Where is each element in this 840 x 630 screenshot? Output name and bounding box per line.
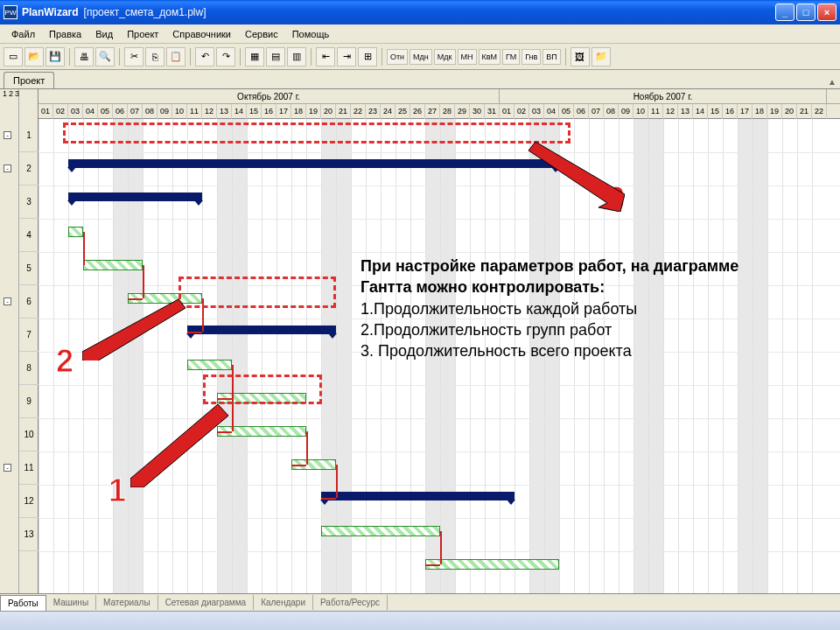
redo-icon[interactable]: ↷ xyxy=(216,47,235,66)
tab-network[interactable]: Сетевая диаграмма xyxy=(158,595,255,610)
tree-toggle[interactable]: - xyxy=(4,164,11,172)
time-header: Октябрь 2007 г.Ноябрь 2007 г. 0102030405… xyxy=(38,89,840,119)
day-header: 06 xyxy=(113,104,128,119)
menu-project[interactable]: Проект xyxy=(121,27,164,41)
tab-work-resource[interactable]: Работа/Ресурс xyxy=(313,595,388,610)
preview-icon[interactable]: 🔍 xyxy=(95,47,115,66)
row-number[interactable]: 1 xyxy=(19,119,38,152)
menu-catalogs[interactable]: Справочники xyxy=(166,27,237,41)
day-header: 10 xyxy=(172,104,187,119)
month-header: Ноябрь 2007 г. xyxy=(500,89,827,103)
copy-icon[interactable]: ⎘ xyxy=(145,47,164,66)
print-icon[interactable]: 🖶 xyxy=(74,47,94,66)
mode-vp[interactable]: ВП xyxy=(542,49,560,65)
day-header: 06 xyxy=(574,104,589,119)
minimize-button[interactable]: _ xyxy=(775,4,794,21)
toolbar: ▭ 📂 💾 🖶 🔍 ✂ ⎘ 📋 ↶ ↷ ▦ ▤ ▥ ⇤ ⇥ ⊞ Отн Мдн … xyxy=(0,44,840,70)
gantt-task-bar[interactable] xyxy=(83,260,143,270)
row-number[interactable]: 3 xyxy=(19,186,38,219)
day-header: 08 xyxy=(604,104,619,119)
day-header: 23 xyxy=(366,104,381,119)
day-header: 05 xyxy=(559,104,574,119)
day-header: 02 xyxy=(53,104,68,119)
gantt-summary-bar[interactable] xyxy=(321,492,514,500)
gantt-chart-area[interactable]: Октябрь 2007 г.Ноябрь 2007 г. 0102030405… xyxy=(38,89,840,612)
day-header: 28 xyxy=(440,104,455,119)
menu-help[interactable]: Помощь xyxy=(286,27,336,41)
mode-mn[interactable]: МН xyxy=(458,49,477,65)
tab-project[interactable]: Проект xyxy=(4,72,54,88)
grid-icon[interactable]: ⊞ xyxy=(358,47,377,66)
menu-file[interactable]: Файл xyxy=(5,27,41,41)
maximize-button[interactable]: □ xyxy=(796,4,816,21)
gantt-task-bar[interactable] xyxy=(68,227,83,237)
gantt-task-bar[interactable] xyxy=(321,526,440,536)
level-2[interactable]: 2 xyxy=(8,89,14,98)
row-number[interactable]: 5 xyxy=(19,252,38,285)
tree-toggle[interactable]: - xyxy=(4,464,11,472)
tab-materials[interactable]: Материалы xyxy=(96,595,158,610)
row-number[interactable]: 9 xyxy=(19,385,38,418)
day-header: 09 xyxy=(158,104,172,119)
annotation-item-2: 2.Продолжительность групп работ xyxy=(360,319,772,340)
annotation-item-1: 1.Продолжительность каждой работы xyxy=(360,298,772,319)
day-header: 18 xyxy=(752,104,767,119)
folder-icon[interactable]: 📁 xyxy=(592,47,611,66)
day-header: 07 xyxy=(128,104,143,119)
row-number[interactable]: 11 xyxy=(19,452,38,485)
tool3-icon[interactable]: ▥ xyxy=(287,47,306,66)
menu-view[interactable]: Вид xyxy=(89,27,119,41)
menu-service[interactable]: Сервис xyxy=(239,27,284,41)
gantt-summary-bar[interactable] xyxy=(187,326,336,334)
day-header: 01 xyxy=(500,104,514,119)
day-header: 11 xyxy=(187,104,202,119)
gantt-task-bar[interactable] xyxy=(425,559,559,570)
mode-kvm[interactable]: КвМ xyxy=(479,49,501,65)
gantt-summary-bar[interactable] xyxy=(68,159,559,168)
row-number[interactable]: 4 xyxy=(19,219,38,252)
outdent-icon[interactable]: ⇤ xyxy=(316,47,335,66)
close-button[interactable]: × xyxy=(817,4,836,21)
arrow-1 xyxy=(130,400,235,487)
mode-gm[interactable]: ГМ xyxy=(502,49,520,65)
paste-icon[interactable]: 📋 xyxy=(166,47,186,66)
img-icon[interactable]: 🖼 xyxy=(570,47,590,66)
mode-gnv[interactable]: Гнв xyxy=(522,49,541,65)
tree-toggle[interactable]: - xyxy=(4,298,11,305)
undo-icon[interactable]: ↶ xyxy=(195,47,214,66)
row-number[interactable]: 7 xyxy=(19,318,38,352)
row-number[interactable]: 2 xyxy=(19,152,38,186)
open-icon[interactable]: 📂 xyxy=(24,47,44,66)
new-icon[interactable]: ▭ xyxy=(4,47,23,66)
highlight-box-2 xyxy=(178,276,336,308)
indent-icon[interactable]: ⇥ xyxy=(337,47,356,66)
save-icon[interactable]: 💾 xyxy=(46,47,65,66)
row-number[interactable]: 13 xyxy=(19,518,38,551)
day-header: 15 xyxy=(708,104,723,119)
tab-machines[interactable]: Машины xyxy=(46,595,96,610)
level-3[interactable]: 3 xyxy=(14,89,20,98)
tool-icon[interactable]: ▦ xyxy=(245,47,264,66)
tab-calendars[interactable]: Календари xyxy=(254,595,313,610)
menu-edit[interactable]: Правка xyxy=(43,27,88,41)
row-number[interactable]: 12 xyxy=(19,485,38,518)
cut-icon[interactable]: ✂ xyxy=(124,47,144,66)
row-number[interactable]: 6 xyxy=(19,285,38,318)
annotation-item-3: 3. Продолжительность всего проекта xyxy=(360,340,772,361)
mode-mdn[interactable]: Мдн xyxy=(410,49,432,65)
tab-works[interactable]: Работы xyxy=(0,595,46,611)
mode-otn[interactable]: Отн xyxy=(387,49,408,65)
level-1[interactable]: 1 xyxy=(2,89,8,98)
gantt-summary-bar[interactable] xyxy=(68,192,202,201)
scroll-up-icon[interactable]: ▲ xyxy=(824,75,840,88)
gantt-task-bar[interactable] xyxy=(187,360,232,370)
day-header: 11 xyxy=(648,104,663,119)
svg-marker-2 xyxy=(130,404,228,487)
day-header: 30 xyxy=(470,104,485,119)
row-header-column: 1 2 3 12345678910111213 ---- xyxy=(0,89,38,612)
tree-toggle[interactable]: - xyxy=(4,131,11,139)
row-number[interactable]: 8 xyxy=(19,352,38,385)
mode-mdk[interactable]: Мдк xyxy=(434,49,456,65)
tool2-icon[interactable]: ▤ xyxy=(266,47,285,66)
row-number[interactable]: 10 xyxy=(19,418,38,452)
